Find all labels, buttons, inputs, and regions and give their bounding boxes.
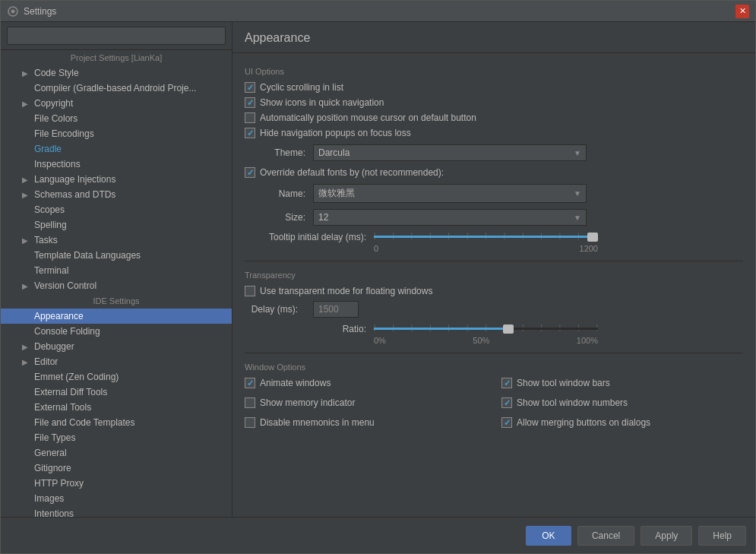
sidebar-item-label: Copyright xyxy=(34,98,73,109)
chevron-down-icon: ▼ xyxy=(574,214,581,222)
sidebar-item-console-folding[interactable]: Console Folding xyxy=(1,324,232,339)
transparent-checkbox[interactable] xyxy=(245,286,255,296)
sidebar-item-template-data-languages[interactable]: Template Data Languages xyxy=(1,248,232,263)
show-memory-indicator-checkbox[interactable] xyxy=(245,397,255,408)
right-panel: Appearance UI Options Cyclic scrolling i… xyxy=(232,22,755,517)
option-row-auto-position: Automatically position mouse cursor on d… xyxy=(245,112,743,123)
cyclic-scrolling-label: Cyclic scrolling in list xyxy=(260,82,343,93)
sidebar-item-inspections[interactable]: Inspections xyxy=(1,157,232,172)
name-dropdown[interactable]: 微软雅黑 ▼ xyxy=(313,184,587,203)
delay-input[interactable] xyxy=(313,301,359,318)
sidebar-item-label: Console Folding xyxy=(34,326,100,337)
ratio-slider-track-wrap: | | | | | | | | | | xyxy=(374,324,598,334)
sidebar-item-label: Images xyxy=(34,493,64,504)
apply-button[interactable]: Apply xyxy=(641,526,692,546)
sidebar-item-copyright[interactable]: ▶ Copyright xyxy=(1,96,232,111)
sidebar-item-file-colors[interactable]: File Colors xyxy=(1,111,232,126)
animate-windows-checkbox[interactable] xyxy=(245,378,255,388)
size-dropdown[interactable]: 12 ▼ xyxy=(313,209,587,226)
sidebar-item-terminal[interactable]: Terminal xyxy=(1,263,232,278)
sidebar-item-label: Terminal xyxy=(34,265,68,276)
option-row-show-icons: Show icons in quick navigation xyxy=(245,97,743,108)
tooltip-slider-track-wrap: | | | | | | | | | | | | xyxy=(374,232,598,242)
sidebar-item-label: Spelling xyxy=(34,220,67,230)
sidebar-item-gradle[interactable]: Gradle xyxy=(1,141,232,157)
show-tool-window-bars-checkbox[interactable] xyxy=(501,378,512,388)
help-button[interactable]: Help xyxy=(698,526,746,546)
disable-mnemonics-checkbox[interactable] xyxy=(245,417,255,428)
expand-arrow: ▶ xyxy=(22,358,33,366)
window-options-section: Window Options Animate windows Show tool… xyxy=(245,362,743,432)
sidebar-item-label: External Tools xyxy=(34,402,91,413)
allow-merging-buttons-checkbox[interactable] xyxy=(501,417,512,428)
panel-title: Appearance xyxy=(232,22,755,53)
sidebar-item-label: Compiler (Gradle-based Android Proje... xyxy=(34,83,196,93)
expand-arrow: ▶ xyxy=(22,69,33,78)
cyclic-scrolling-checkbox[interactable] xyxy=(245,82,255,93)
show-icons-checkbox[interactable] xyxy=(245,97,255,108)
sidebar-item-label: Inspections xyxy=(34,159,81,169)
sidebar-item-external-diff-tools[interactable]: External Diff Tools xyxy=(1,385,232,400)
sidebar-item-label: Tasks xyxy=(34,235,58,245)
hide-nav-checkbox[interactable] xyxy=(245,128,255,138)
theme-dropdown[interactable]: Darcula ▼ xyxy=(313,144,587,161)
option-row-tool-window-numbers: Show tool window numbers xyxy=(501,397,743,408)
sidebar-item-external-tools[interactable]: External Tools xyxy=(1,400,232,415)
expand-arrow-placeholder xyxy=(22,267,33,275)
sidebar-item-intentions[interactable]: Intentions xyxy=(1,506,232,517)
tooltip-slider-container: Tooltip initial delay (ms): | | | | | | … xyxy=(245,232,743,253)
sidebar-item-code-style[interactable]: ▶ Code Style xyxy=(1,65,232,81)
sidebar-item-language-injections[interactable]: ▶ Language Injections xyxy=(1,172,232,187)
sidebar-item-file-types[interactable]: File Types xyxy=(1,430,232,445)
ok-button[interactable]: OK xyxy=(526,526,571,546)
hide-nav-label: Hide navigation popups on focus loss xyxy=(260,128,411,138)
sidebar-item-images[interactable]: Images xyxy=(1,491,232,506)
close-button[interactable]: ✕ xyxy=(735,5,749,18)
show-memory-indicator-label: Show memory indicator xyxy=(260,397,355,408)
name-label: Name: xyxy=(245,188,305,199)
slider-thumb[interactable] xyxy=(587,233,598,242)
expand-arrow: ▶ xyxy=(22,176,33,184)
bottom-bar: OK Cancel Apply Help xyxy=(1,517,755,553)
main-content: Project Settings [LianKa] ▶ Code Style C… xyxy=(1,22,755,517)
ide-section-header: IDE Settings xyxy=(1,293,232,309)
sidebar-item-tasks[interactable]: ▶ Tasks xyxy=(1,233,232,248)
sidebar-item-debugger[interactable]: ▶ Debugger xyxy=(1,339,232,354)
sidebar-item-emmet[interactable]: Emmet (Zen Coding) xyxy=(1,369,232,385)
animate-windows-label: Animate windows xyxy=(260,378,331,388)
sidebar-item-general[interactable]: General xyxy=(1,445,232,461)
sidebar-item-label: External Diff Tools xyxy=(34,387,107,397)
sidebar-item-version-control[interactable]: ▶ Version Control xyxy=(1,278,232,293)
sidebar-item-appearance[interactable]: Appearance xyxy=(1,309,232,324)
ratio-slider-thumb[interactable] xyxy=(503,324,514,334)
search-input[interactable] xyxy=(7,27,226,45)
override-fonts-checkbox[interactable] xyxy=(245,167,255,178)
ratio-max-label: 100% xyxy=(577,336,598,345)
sidebar-item-gitignore[interactable]: Gitignore xyxy=(1,461,232,476)
sidebar-item-file-encodings[interactable]: File Encodings xyxy=(1,126,232,141)
project-section-header: Project Settings [LianKa] xyxy=(1,50,232,65)
auto-position-checkbox[interactable] xyxy=(245,112,255,123)
divider-transparency xyxy=(245,261,743,261)
sidebar-item-file-and-code-templates[interactable]: File and Code Templates xyxy=(1,415,232,430)
cancel-button[interactable]: Cancel xyxy=(577,526,634,546)
show-tool-window-numbers-checkbox[interactable] xyxy=(501,397,512,408)
sidebar-item-scopes[interactable]: Scopes xyxy=(1,202,232,217)
theme-row: Theme: Darcula ▼ xyxy=(245,144,743,161)
sidebar-item-compiler[interactable]: Compiler (Gradle-based Android Proje... xyxy=(1,81,232,96)
expand-arrow-placeholder xyxy=(22,373,33,381)
ratio-labels: 0% 50% 100% xyxy=(374,336,598,345)
window-title: Settings xyxy=(24,6,735,17)
sidebar-item-schemas-dtds[interactable]: ▶ Schemas and DTDs xyxy=(1,187,232,202)
expand-arrow-placeholder xyxy=(22,252,33,260)
option-row-show-tool-bars: Show tool window bars xyxy=(501,378,743,388)
expand-arrow-placeholder xyxy=(22,221,33,230)
option-row-disable-mnemonics: Disable mnemonics in menu xyxy=(245,417,486,428)
tooltip-min-label: 0 xyxy=(374,244,378,253)
settings-icon xyxy=(7,5,19,17)
window-options-grid: Animate windows Show tool window bars Sh… xyxy=(245,378,743,432)
sidebar-item-http-proxy[interactable]: HTTP Proxy xyxy=(1,476,232,491)
sidebar-item-editor[interactable]: ▶ Editor xyxy=(1,354,232,369)
sidebar-item-spelling[interactable]: Spelling xyxy=(1,217,232,233)
chevron-down-icon: ▼ xyxy=(574,149,581,157)
